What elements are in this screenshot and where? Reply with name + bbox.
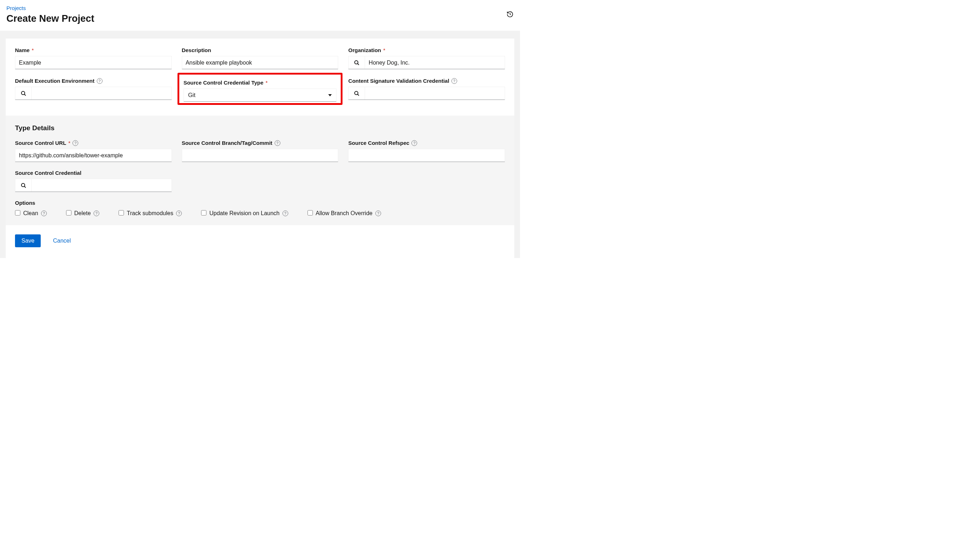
content-sig-value	[365, 87, 505, 100]
sc-refspec-group: Source Control Refspec ?	[348, 140, 505, 162]
sc-refspec-label: Source Control Refspec	[348, 140, 409, 146]
option-clean-checkbox[interactable]	[15, 210, 20, 215]
option-allow-label: Allow Branch Override	[316, 210, 372, 217]
scc-type-value: Git	[188, 92, 195, 98]
content-sig-label: Content Signature Validation Credential	[348, 78, 449, 84]
option-allow-checkbox[interactable]	[308, 210, 313, 215]
form-card: Name * Description Organization	[6, 39, 514, 258]
content-sig-lookup[interactable]	[348, 87, 505, 100]
svg-point-2	[21, 91, 25, 95]
sc-cred-label: Source Control Credential	[15, 170, 81, 176]
exec-env-lookup[interactable]	[15, 87, 172, 100]
exec-env-label: Default Execution Environment	[15, 78, 95, 84]
chevron-down-icon	[328, 94, 332, 96]
help-icon[interactable]: ?	[412, 140, 417, 146]
option-update-checkbox[interactable]	[201, 210, 206, 215]
required-indicator: *	[266, 80, 268, 85]
sc-url-label: Source Control URL	[15, 140, 66, 146]
content-sig-group: Content Signature Validation Credential …	[348, 78, 505, 103]
sc-cred-value	[32, 179, 171, 192]
help-icon[interactable]: ?	[451, 78, 457, 84]
search-icon[interactable]	[349, 56, 365, 69]
help-icon[interactable]: ?	[283, 210, 288, 216]
option-delete[interactable]: Delete ?	[66, 210, 99, 217]
options-title: Options	[15, 200, 505, 206]
search-icon[interactable]	[349, 87, 365, 100]
sc-branch-label: Source Control Branch/Tag/Commit	[182, 140, 272, 146]
scc-type-label: Source Control Credential Type	[184, 80, 264, 85]
name-label: Name	[15, 47, 30, 53]
form-footer: Save Cancel	[6, 225, 514, 258]
page-title: Create New Project	[7, 13, 94, 24]
name-input[interactable]	[15, 56, 172, 69]
description-label: Description	[182, 47, 211, 53]
search-icon[interactable]	[15, 179, 32, 192]
option-clean[interactable]: Clean ?	[15, 210, 47, 217]
help-icon[interactable]: ?	[41, 210, 47, 216]
option-delete-checkbox[interactable]	[66, 210, 71, 215]
svg-point-6	[21, 184, 25, 187]
organization-label: Organization	[348, 47, 381, 53]
option-track-label: Track submodules	[127, 210, 173, 217]
help-icon[interactable]: ?	[97, 78, 102, 84]
organization-lookup[interactable]: Honey Dog, Inc.	[348, 56, 505, 69]
option-delete-label: Delete	[74, 210, 91, 217]
help-icon[interactable]: ?	[94, 210, 99, 216]
organization-value: Honey Dog, Inc.	[365, 56, 505, 69]
sc-cred-group: Source Control Credential	[15, 170, 172, 192]
option-update[interactable]: Update Revision on Launch ?	[201, 210, 288, 217]
svg-point-4	[355, 91, 358, 95]
sc-refspec-input[interactable]	[348, 149, 505, 162]
sc-url-group: Source Control URL * ?	[15, 140, 172, 162]
description-input[interactable]	[182, 56, 339, 69]
sc-branch-input[interactable]	[182, 149, 339, 162]
exec-env-value	[32, 87, 171, 100]
help-icon[interactable]: ?	[376, 210, 381, 216]
svg-line-5	[357, 94, 359, 95]
scc-type-select[interactable]: Git	[184, 89, 337, 102]
breadcrumb[interactable]: Projects	[7, 5, 94, 11]
cancel-button[interactable]: Cancel	[53, 238, 71, 244]
scc-type-group-highlight: Source Control Credential Type * Git	[178, 73, 343, 105]
svg-point-0	[355, 61, 358, 64]
sc-cred-lookup[interactable]	[15, 179, 172, 192]
history-icon[interactable]	[506, 5, 514, 18]
type-details-section: Type Details Source Control URL * ? Sour…	[6, 116, 514, 225]
option-allow[interactable]: Allow Branch Override ?	[308, 210, 381, 217]
save-button[interactable]: Save	[15, 235, 41, 247]
option-track-checkbox[interactable]	[119, 210, 124, 215]
name-group: Name *	[15, 47, 172, 69]
svg-line-7	[24, 186, 26, 188]
required-indicator: *	[383, 47, 385, 53]
page-header: Projects Create New Project	[0, 0, 520, 31]
options-row: Clean ? Delete ? Track submodules ?	[15, 210, 505, 217]
search-icon[interactable]	[15, 87, 32, 100]
exec-env-group: Default Execution Environment ?	[15, 78, 172, 103]
sc-branch-group: Source Control Branch/Tag/Commit ?	[182, 140, 339, 162]
sc-url-input[interactable]	[15, 149, 172, 162]
option-track[interactable]: Track submodules ?	[119, 210, 182, 217]
description-group: Description	[182, 47, 339, 69]
svg-line-3	[24, 94, 26, 95]
required-indicator: *	[68, 140, 70, 146]
svg-line-1	[357, 64, 359, 65]
help-icon[interactable]: ?	[72, 140, 78, 146]
help-icon[interactable]: ?	[176, 210, 182, 216]
required-indicator: *	[32, 47, 34, 53]
option-update-label: Update Revision on Launch	[209, 210, 280, 217]
type-details-title: Type Details	[15, 124, 505, 132]
option-clean-label: Clean	[23, 210, 38, 217]
organization-group: Organization * Honey Dog, Inc.	[348, 47, 505, 69]
help-icon[interactable]: ?	[275, 140, 280, 146]
